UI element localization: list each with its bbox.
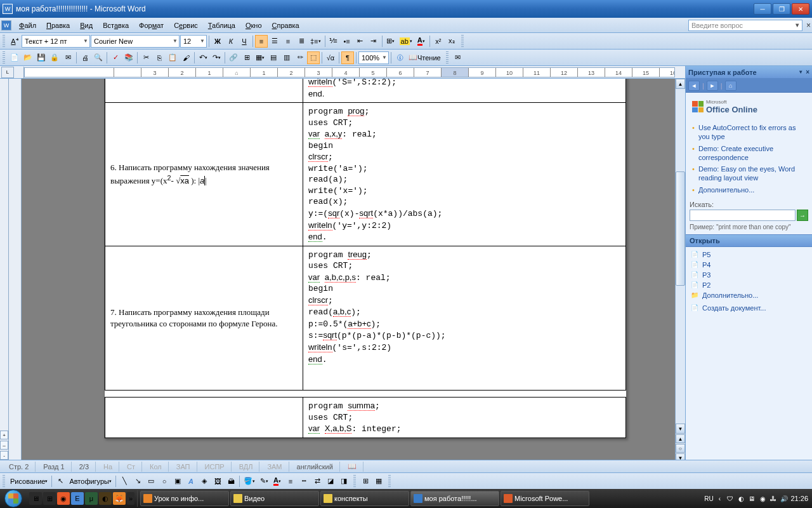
zoom-combo[interactable]: 100%▼ bbox=[358, 51, 389, 64]
menu-close-doc[interactable]: × bbox=[806, 21, 811, 30]
underline-button[interactable]: Ч bbox=[238, 35, 251, 48]
print-button[interactable]: 🖨 bbox=[79, 51, 91, 64]
diagram-button[interactable]: ◈ bbox=[198, 475, 211, 488]
numbered-list-button[interactable]: ⅟≡ bbox=[327, 35, 340, 48]
borders-button[interactable]: ⊞▾ bbox=[384, 35, 397, 48]
ask-question-box[interactable]: Введите вопрос bbox=[688, 20, 802, 31]
font-color-button[interactable]: A▾ bbox=[415, 35, 428, 48]
textbox-button[interactable]: ▣ bbox=[171, 475, 184, 488]
drawing-menu[interactable]: Рисование ▾ bbox=[8, 475, 49, 488]
bold-button[interactable]: Ж bbox=[211, 35, 224, 48]
style-combo[interactable]: Текст + 12 пт▼ bbox=[22, 35, 90, 48]
zoom-minus[interactable]: - bbox=[0, 451, 8, 460]
close-button[interactable]: ✕ bbox=[792, 3, 809, 15]
insert-table-button[interactable]: ▦▾ bbox=[254, 51, 266, 64]
task-pane-close[interactable]: × bbox=[806, 69, 809, 76]
superscript-button[interactable]: x² bbox=[432, 35, 445, 48]
redo-button[interactable]: ↷▾ bbox=[210, 51, 223, 64]
excel-button[interactable]: ▤ bbox=[267, 51, 280, 64]
arrow-style-button[interactable]: ⇄ bbox=[311, 475, 324, 488]
ql-app5[interactable]: 🦊 bbox=[113, 492, 126, 505]
ql-app2[interactable]: E bbox=[71, 492, 84, 505]
minimize-button[interactable]: ─ bbox=[754, 3, 771, 15]
toolbar-grip-3[interactable] bbox=[3, 51, 5, 64]
dash-style-button[interactable]: ┅ bbox=[298, 475, 310, 488]
menu-table[interactable]: Таблица bbox=[203, 20, 240, 30]
3d-button[interactable]: ◨ bbox=[337, 475, 350, 488]
recent-more[interactable]: Дополнительно... bbox=[690, 290, 808, 300]
toolbar-grip-4[interactable] bbox=[446, 51, 449, 64]
draw-grip-3[interactable] bbox=[388, 475, 391, 488]
task-item[interactable]: моя работа!!!!!... bbox=[410, 491, 499, 506]
ql-desktop[interactable]: 🖥 bbox=[29, 492, 42, 505]
menu-format[interactable]: Формат bbox=[134, 20, 169, 30]
ql-more[interactable]: » bbox=[127, 492, 134, 505]
line-spacing-button[interactable]: ‡≡▾ bbox=[308, 35, 323, 48]
undo-button[interactable]: ↶▾ bbox=[197, 51, 209, 64]
subscript-button[interactable]: x₂ bbox=[445, 35, 458, 48]
menu-service[interactable]: Сервис bbox=[169, 20, 203, 30]
horizontal-ruler[interactable]: L 321⌂1234567891011121314151617 bbox=[0, 66, 685, 79]
draw-grip-2[interactable] bbox=[353, 475, 356, 488]
task-item[interactable]: Урок по инфо... bbox=[140, 491, 229, 506]
save-button[interactable]: 💾 bbox=[35, 51, 48, 64]
task-pane-dropdown[interactable]: ▼ bbox=[798, 69, 803, 75]
tray-icon[interactable]: 🖥 bbox=[747, 494, 756, 503]
paste-button[interactable]: 📋 bbox=[166, 51, 179, 64]
equation-button[interactable]: √α bbox=[324, 51, 337, 64]
align-justify-button[interactable]: ≣ bbox=[295, 35, 308, 48]
wordart-button[interactable]: A bbox=[185, 475, 197, 488]
task-pane-back[interactable]: ◄ bbox=[688, 81, 700, 91]
drawing-button[interactable]: ✏ bbox=[294, 51, 306, 64]
align-right-button[interactable]: ≡ bbox=[282, 35, 294, 48]
rectangle-button[interactable]: ▭ bbox=[145, 475, 157, 488]
toolbar-grip-2[interactable] bbox=[461, 35, 464, 48]
new-button[interactable]: 📄 bbox=[8, 51, 21, 64]
status-trk[interactable]: ИСПР bbox=[199, 462, 232, 472]
ql-app3[interactable]: μ bbox=[85, 492, 98, 505]
oval-button[interactable]: ○ bbox=[158, 475, 171, 488]
autoshapes-menu[interactable]: Автофигуры ▾ bbox=[67, 475, 114, 488]
vertical-ruler[interactable] bbox=[9, 79, 22, 462]
document-area[interactable]: writeln('S=',S:2:2); end. 6. Написать пр… bbox=[22, 79, 675, 462]
tray-expand[interactable]: ‹ bbox=[715, 494, 724, 503]
italic-button[interactable]: К bbox=[225, 35, 237, 48]
menu-edit[interactable]: Правка bbox=[41, 20, 75, 30]
menu-view[interactable]: Вид bbox=[75, 20, 98, 30]
scroll-up-button[interactable]: ▲ bbox=[676, 79, 685, 89]
tray-icon[interactable]: ◐ bbox=[737, 494, 745, 503]
highlight-button[interactable]: ab▾ bbox=[398, 35, 414, 48]
picture-button[interactable]: 🏔 bbox=[225, 475, 237, 488]
format-painter-button[interactable]: 🖌 bbox=[180, 51, 192, 64]
maximize-button[interactable]: ❐ bbox=[773, 3, 790, 15]
line-style-button[interactable]: ≡ bbox=[284, 475, 297, 488]
status-rec[interactable]: ЗАП bbox=[170, 462, 197, 472]
open-button[interactable]: 📂 bbox=[22, 51, 34, 64]
tp-link-autocorrect[interactable]: Use AutoCorrect to fix errors as you typ… bbox=[690, 122, 808, 143]
tp-link-more[interactable]: Дополнительно... bbox=[690, 184, 808, 196]
show-marks-button[interactable]: ¶ bbox=[341, 51, 354, 64]
fill-color-button[interactable]: 🪣▾ bbox=[242, 475, 257, 488]
reading-button[interactable]: 📖 Чтение bbox=[407, 51, 443, 64]
task-item[interactable]: Microsoft Powe... bbox=[501, 491, 589, 506]
prev-page-button[interactable]: ▲ bbox=[676, 434, 685, 443]
copy-button[interactable]: ⎘ bbox=[153, 51, 166, 64]
tray-clock[interactable]: 21:26 bbox=[790, 495, 808, 502]
permission-button[interactable]: 🔒 bbox=[48, 51, 61, 64]
ql-app4[interactable]: ◐ bbox=[99, 492, 112, 505]
menu-help[interactable]: Справка bbox=[267, 20, 304, 30]
tray-icon[interactable]: ◉ bbox=[758, 494, 767, 503]
line-button[interactable]: ╲ bbox=[118, 475, 131, 488]
font-combo[interactable]: Courier New▼ bbox=[91, 35, 180, 48]
task-pane-search-input[interactable] bbox=[690, 210, 796, 221]
help-button[interactable]: 🛈 bbox=[393, 51, 406, 64]
tp-link-demo2[interactable]: Demo: Easy on the eyes, Word reading lay… bbox=[690, 163, 808, 184]
clipart-button[interactable]: 🖼 bbox=[211, 475, 224, 488]
tray-icon[interactable]: 🖧 bbox=[769, 494, 778, 503]
tables-borders-button[interactable]: ⊞ bbox=[240, 51, 253, 64]
font-color-draw-button[interactable]: A▾ bbox=[271, 475, 284, 488]
select-objects-button[interactable]: ↖ bbox=[54, 475, 67, 488]
shadow-button[interactable]: ◪ bbox=[324, 475, 337, 488]
align-left-button[interactable]: ≡ bbox=[255, 35, 268, 48]
email-button[interactable]: ✉ bbox=[62, 51, 74, 64]
